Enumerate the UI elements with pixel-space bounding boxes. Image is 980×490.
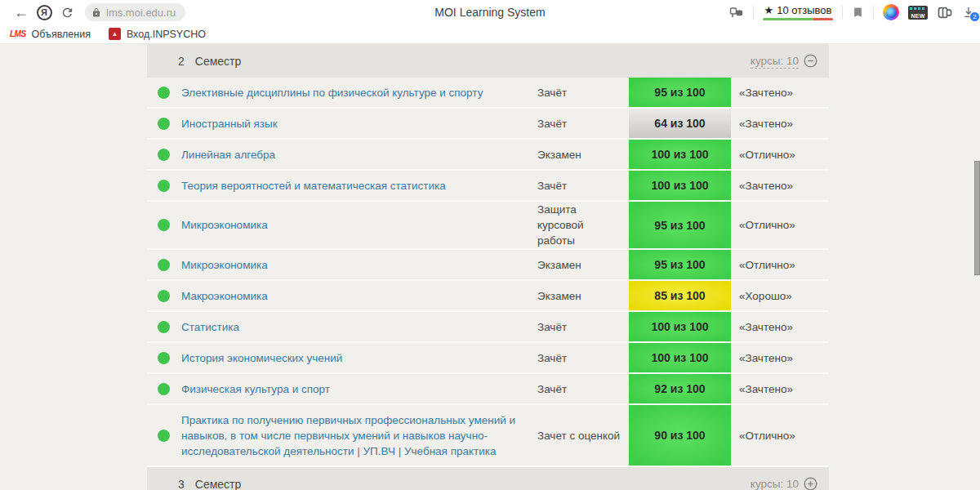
- lock-icon: [91, 7, 101, 18]
- bookmarks-bar: LMS Объявления ▲ Вход.INPSYCHO: [0, 24, 980, 44]
- assessment-type: Защита курсовой работы: [537, 202, 629, 248]
- site-reviews[interactable]: ★ 10 отзывов: [763, 4, 833, 20]
- grade-text: «Отлично»: [731, 430, 829, 442]
- assessment-type: Зачёт: [537, 350, 629, 366]
- score-badge: 100 из 100: [629, 140, 731, 169]
- green-status-dot: [158, 180, 170, 192]
- status-dot-cell: [147, 149, 180, 161]
- green-status-dot: [158, 290, 170, 302]
- course-link[interactable]: Элективные дисциплины по физической куль…: [180, 81, 537, 105]
- reviews-count: 10 отзывов: [777, 4, 831, 16]
- status-dot-cell: [147, 219, 180, 231]
- table-row: Линейная алгебра Экзамен 100 из 100 «Отл…: [147, 140, 829, 171]
- table-row: Статистика Зачёт 100 из 100 «Зачтено»: [147, 312, 829, 343]
- score-badge: 100 из 100: [629, 343, 731, 372]
- collapse-minus-icon[interactable]: [804, 54, 817, 68]
- yandex-browser-icon[interactable]: Я: [33, 2, 56, 22]
- grade-text: «Отлично»: [731, 219, 829, 231]
- grade-text: «Зачтено»: [731, 321, 829, 333]
- grade-text: «Зачтено»: [731, 118, 829, 130]
- divider: [753, 6, 754, 19]
- assessment-type: Экзамен: [537, 257, 629, 273]
- course-link[interactable]: История экономических учений: [180, 346, 537, 370]
- table-row: Элективные дисциплины по физической куль…: [147, 78, 829, 109]
- score-badge: 100 из 100: [629, 312, 731, 341]
- url-text: lms.moi.edu.ru: [106, 7, 176, 19]
- semester-3-courses-toggle[interactable]: курсы: 10: [751, 477, 817, 490]
- bookmark-label: Вход.INPSYCHO: [127, 29, 206, 40]
- star-icon: ★: [764, 4, 774, 16]
- bookmark-item-announcements[interactable]: LMS Объявления: [10, 29, 91, 40]
- bookmark-icon[interactable]: [852, 6, 864, 19]
- score-badge: 95 из 100: [629, 250, 731, 279]
- divider: [842, 6, 843, 19]
- score-badge: 92 из 100: [629, 374, 731, 403]
- extension-orb-icon[interactable]: [883, 4, 899, 20]
- assessment-type: Зачёт: [537, 319, 629, 335]
- status-dot-cell: [147, 352, 180, 364]
- downloads-icon[interactable]: 2: [962, 6, 975, 19]
- grade-text: «Зачтено»: [731, 87, 829, 99]
- course-link[interactable]: Статистика: [180, 315, 537, 339]
- downloads-badge: 2: [969, 11, 980, 22]
- protect-icon[interactable]: [728, 6, 744, 20]
- green-status-dot: [158, 149, 170, 161]
- assessment-type: Зачёт: [537, 85, 629, 100]
- table-row: Микроэкономика Защита курсовой работы 95…: [147, 202, 829, 250]
- table-row: Практика по получению первичных професси…: [147, 405, 829, 467]
- browser-toolbar: ← Я lms.moi.edu.ru MOI Learning System ★…: [0, 0, 980, 24]
- semester-number: 3: [178, 478, 185, 490]
- assessment-type: Зачет с оценкой: [537, 428, 629, 443]
- course-link[interactable]: Иностранный язык: [180, 112, 537, 136]
- refresh-icon[interactable]: [56, 2, 78, 22]
- semester-3-header: 3 Семестр курсы: 10: [147, 467, 829, 490]
- status-dot-cell: [147, 430, 180, 442]
- score-badge: 100 из 100: [629, 171, 731, 200]
- table-row: История экономических учений Зачёт 100 и…: [147, 343, 829, 374]
- green-status-dot: [158, 87, 170, 99]
- back-button[interactable]: ←: [10, 2, 33, 22]
- browser-chrome: ← Я lms.moi.edu.ru MOI Learning System ★…: [0, 0, 980, 44]
- status-dot-cell: [147, 290, 180, 302]
- course-link[interactable]: Линейная алгебра: [180, 143, 537, 167]
- semester-2-courses-toggle[interactable]: курсы: 10: [751, 54, 817, 69]
- status-dot-cell: [147, 87, 180, 99]
- assessment-type: Экзамен: [537, 288, 629, 304]
- grade-text: «Отлично»: [731, 149, 829, 161]
- vertical-scrollbar-thumb[interactable]: [974, 161, 980, 275]
- whats-new-icon[interactable]: NEW: [908, 6, 928, 20]
- page-content: 2 Семестр курсы: 10 Элективные дисциплин…: [0, 44, 980, 490]
- status-dot-cell: [147, 321, 180, 333]
- rows-container: Элективные дисциплины по физической куль…: [147, 78, 829, 467]
- assessment-type: Экзамен: [537, 147, 629, 163]
- green-status-dot: [158, 259, 170, 271]
- course-link[interactable]: Теория вероятностей и математическая ста…: [180, 174, 537, 198]
- expand-plus-icon[interactable]: [804, 477, 817, 490]
- semester-title: Семестр: [195, 478, 242, 490]
- courses-count-link: курсы: 10: [751, 477, 799, 490]
- grade-text: «Зачтено»: [731, 180, 829, 192]
- bookmark-item-inpsycho-login[interactable]: ▲ Вход.INPSYCHO: [109, 28, 206, 40]
- address-bar[interactable]: lms.moi.edu.ru: [85, 3, 185, 21]
- table-row: Физическая культура и спорт Зачёт 92 из …: [147, 374, 829, 405]
- courses-count-link: курсы: 10: [751, 54, 799, 69]
- course-link[interactable]: Микроэкономика: [180, 253, 537, 277]
- status-dot-cell: [147, 259, 180, 271]
- lms-logo-icon: LMS: [10, 29, 26, 38]
- assessment-type: Зачёт: [537, 178, 629, 194]
- side-panels-icon[interactable]: [937, 6, 953, 20]
- status-dot-cell: [147, 118, 180, 130]
- score-badge: 64 из 100: [629, 109, 731, 138]
- table-row: Теория вероятностей и математическая ста…: [147, 171, 829, 202]
- course-link[interactable]: Макроэкономика: [180, 284, 537, 308]
- course-link[interactable]: Микроэкономика: [180, 213, 537, 237]
- status-dot-cell: [147, 180, 180, 192]
- green-status-dot: [158, 321, 170, 333]
- grade-text: «Отлично»: [731, 259, 829, 271]
- semester-number: 2: [178, 55, 185, 68]
- green-status-dot: [158, 352, 170, 364]
- divider: [873, 6, 874, 19]
- course-link[interactable]: Физическая культура и спорт: [180, 377, 537, 401]
- course-link[interactable]: Практика по получению первичных професси…: [180, 408, 537, 463]
- score-badge: 95 из 100: [629, 202, 731, 248]
